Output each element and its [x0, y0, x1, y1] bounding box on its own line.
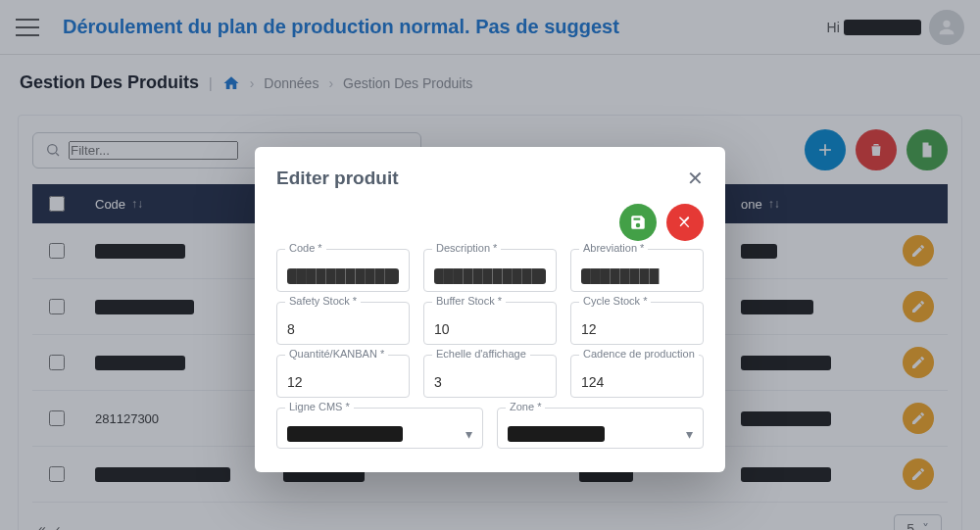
field-input[interactable] [581, 321, 693, 337]
field-input[interactable] [434, 321, 546, 337]
form-field: Quantité/KANBAN * [276, 355, 410, 398]
field-input[interactable] [287, 268, 399, 284]
close-icon[interactable]: ✕ [687, 167, 704, 190]
field-input[interactable] [287, 374, 399, 390]
field-input[interactable] [434, 268, 546, 284]
field-input[interactable] [581, 374, 693, 390]
form-field: Echelle d'affichage [423, 355, 557, 398]
dialog-title: Editer produit [276, 168, 687, 189]
form-field: Cadence de production [570, 355, 704, 398]
form-field: Safety Stock * [276, 302, 410, 345]
field-input[interactable] [434, 374, 546, 390]
form-select[interactable]: Zone *██████████▾ [497, 408, 704, 449]
field-input[interactable] [287, 321, 399, 337]
form-select[interactable]: Ligne CMS *Lig██████████▾ [276, 408, 483, 449]
form-field: Abreviation * [570, 249, 704, 292]
modal-overlay: Editer produit ✕ Code *Description *Abre… [0, 0, 980, 530]
field-input[interactable] [581, 268, 693, 284]
form-field: Buffer Stock * [423, 302, 557, 345]
form-field: Description * [423, 249, 557, 292]
save-button[interactable] [619, 204, 657, 241]
cancel-button[interactable] [666, 204, 704, 241]
chevron-down-icon: ▾ [466, 426, 472, 442]
form-field: Cycle Stock * [570, 302, 704, 345]
form-field: Code * [276, 249, 410, 292]
edit-product-dialog: Editer produit ✕ Code *Description *Abre… [255, 147, 725, 472]
chevron-down-icon: ▾ [686, 426, 693, 442]
